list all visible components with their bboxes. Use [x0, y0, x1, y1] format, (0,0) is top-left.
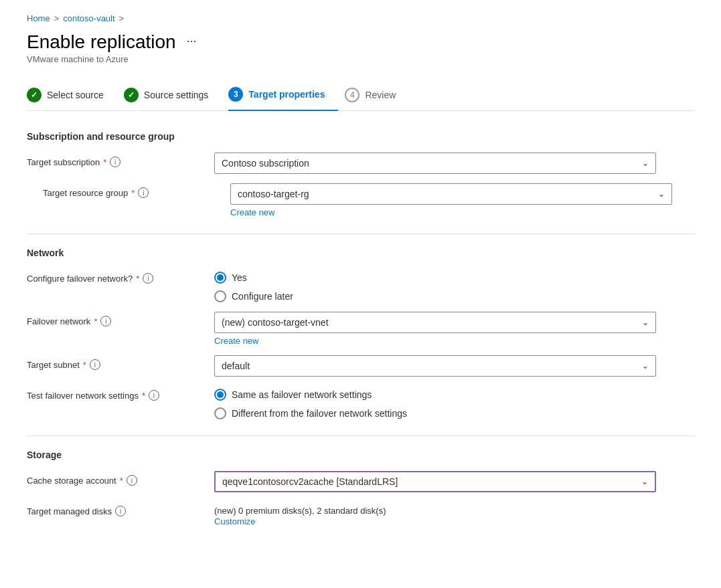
configure-failover-control: Yes Configure later	[214, 269, 694, 302]
target-subscription-arrow: ⌄	[642, 159, 649, 168]
test-failover-network-radio-group: Same as failover network settings Differ…	[214, 386, 694, 419]
storage-section: Storage Cache storage account * i qeqve1…	[27, 450, 694, 526]
test-failover-network-required: *	[142, 391, 145, 401]
target-subscription-value: Contoso subscription	[222, 158, 309, 169]
test-failover-network-label: Test failover network settings * i	[27, 386, 214, 401]
target-resource-group-label: Target resource group * i	[43, 183, 230, 198]
failover-network-required: *	[94, 316, 97, 326]
target-subscription-control: Contoso subscription ⌄	[214, 153, 694, 174]
failover-network-arrow: ⌄	[642, 318, 649, 327]
target-resource-group-info-icon[interactable]: i	[138, 187, 149, 198]
step-review[interactable]: 4 Review	[345, 81, 409, 110]
cache-storage-label: Cache storage account * i	[27, 471, 214, 486]
step-3-label: Target properties	[248, 89, 325, 100]
page-title: Enable replication	[27, 31, 176, 53]
resource-group-create-new[interactable]: Create new	[230, 207, 274, 217]
breadcrumb: Home > contoso-vault >	[27, 13, 694, 23]
target-managed-disks-customize[interactable]: Customize	[214, 516, 255, 526]
test-failover-network-info-icon[interactable]: i	[149, 390, 159, 401]
test-failover-different-radio	[214, 407, 226, 419]
network-section: Network Configure failover network? * i …	[27, 248, 694, 419]
failover-network-value: (new) contoso-target-vnet	[222, 317, 329, 328]
failover-network-dropdown[interactable]: (new) contoso-target-vnet ⌄	[214, 312, 656, 333]
configure-failover-yes-radio	[214, 272, 226, 284]
breadcrumb-vault[interactable]: contoso-vault	[63, 13, 114, 23]
test-failover-same-label: Same as failover network settings	[232, 389, 372, 400]
step-target-properties[interactable]: 3 Target properties	[228, 80, 338, 111]
test-failover-network-row: Test failover network settings * i Same …	[27, 386, 694, 419]
network-section-title: Network	[27, 248, 694, 258]
subscription-section: Subscription and resource group Target s…	[27, 131, 694, 217]
target-managed-disks-label: Target managed disks i	[27, 502, 214, 516]
failover-network-label: Failover network * i	[27, 312, 214, 326]
target-subnet-required: *	[83, 360, 86, 370]
target-subnet-label: Target subnet * i	[27, 355, 214, 370]
storage-section-title: Storage	[27, 450, 694, 460]
cache-storage-arrow: ⌄	[641, 477, 648, 486]
target-resource-group-required: *	[131, 188, 135, 198]
step-1-label: Select source	[47, 90, 104, 100]
test-failover-same[interactable]: Same as failover network settings	[214, 389, 694, 401]
divider-2	[27, 435, 694, 436]
configure-failover-info-icon[interactable]: i	[143, 273, 153, 284]
target-subscription-label: Target subscription * i	[27, 153, 214, 167]
test-failover-different-label: Different from the failover network sett…	[232, 408, 407, 419]
failover-network-create-new[interactable]: Create new	[214, 336, 258, 346]
ellipsis-menu[interactable]: ...	[187, 31, 197, 45]
target-subnet-control: default ⌄	[214, 355, 694, 377]
target-managed-disks-value: (new) 0 premium disks(s), 2 standard dis…	[214, 502, 694, 516]
cache-storage-dropdown[interactable]: qeqve1contosorcv2acache [StandardLRS] ⌄	[214, 471, 656, 492]
target-resource-group-value: contoso-target-rg	[238, 189, 309, 199]
target-subnet-value: default	[222, 361, 250, 371]
target-subscription-required: *	[103, 157, 106, 167]
divider-1	[27, 233, 694, 234]
step-4-circle: 4	[345, 88, 359, 102]
configure-failover-radio-group: Yes Configure later	[214, 269, 694, 302]
configure-failover-later[interactable]: Configure later	[214, 290, 694, 302]
cache-storage-control: qeqve1contosorcv2acache [StandardLRS] ⌄	[214, 471, 694, 492]
target-resource-group-dropdown[interactable]: contoso-target-rg ⌄	[230, 183, 672, 205]
step-2-circle: ✓	[124, 88, 139, 102]
configure-failover-yes-dot	[217, 274, 224, 281]
target-subscription-dropdown[interactable]: Contoso subscription ⌄	[214, 153, 656, 174]
cache-storage-value: qeqve1contosorcv2acache [StandardLRS]	[222, 476, 398, 487]
step-1-circle: ✓	[27, 88, 42, 102]
test-failover-same-radio	[214, 389, 226, 401]
configure-failover-yes-label: Yes	[232, 272, 247, 283]
cache-storage-required: *	[120, 476, 123, 486]
step-2-label: Source settings	[144, 90, 209, 100]
target-subnet-row: Target subnet * i default ⌄	[27, 355, 694, 377]
failover-network-control: (new) contoso-target-vnet ⌄ Create new	[214, 312, 694, 346]
failover-network-info-icon[interactable]: i	[100, 316, 111, 326]
target-managed-disks-row: Target managed disks i (new) 0 premium d…	[27, 502, 694, 526]
breadcrumb-sep-1: >	[54, 13, 60, 23]
configure-failover-yes[interactable]: Yes	[214, 272, 694, 284]
subscription-section-title: Subscription and resource group	[27, 131, 694, 142]
target-subnet-dropdown[interactable]: default ⌄	[214, 355, 656, 377]
configure-failover-later-label: Configure later	[232, 291, 293, 302]
target-managed-disks-info-icon[interactable]: i	[115, 506, 126, 516]
wizard-steps: ✓ Select source ✓ Source settings 3 Targ…	[27, 80, 694, 111]
cache-storage-info-icon[interactable]: i	[127, 475, 137, 486]
target-managed-disks-control: (new) 0 premium disks(s), 2 standard dis…	[214, 502, 694, 526]
target-resource-group-control: contoso-target-rg ⌄ Create new	[230, 183, 694, 217]
step-4-label: Review	[365, 90, 396, 100]
configure-failover-row: Configure failover network? * i Yes Conf…	[27, 269, 694, 302]
test-failover-network-control: Same as failover network settings Differ…	[214, 386, 694, 419]
configure-failover-required: *	[136, 274, 139, 284]
test-failover-different[interactable]: Different from the failover network sett…	[214, 407, 694, 419]
cache-storage-row: Cache storage account * i qeqve1contosor…	[27, 471, 694, 492]
target-resource-group-row: Target resource group * i contoso-target…	[27, 183, 694, 217]
target-subnet-arrow: ⌄	[642, 361, 649, 371]
configure-failover-later-radio	[214, 290, 226, 302]
step-source-settings[interactable]: ✓ Source settings	[124, 81, 222, 110]
breadcrumb-home[interactable]: Home	[27, 13, 50, 23]
page-subtitle: VMware machine to Azure	[27, 54, 694, 64]
step-select-source[interactable]: ✓ Select source	[27, 81, 117, 110]
step-3-circle: 3	[228, 87, 243, 102]
target-subscription-info-icon[interactable]: i	[110, 157, 121, 167]
target-subnet-info-icon[interactable]: i	[90, 359, 100, 370]
target-subscription-row: Target subscription * i Contoso subscrip…	[27, 153, 694, 174]
configure-failover-label: Configure failover network? * i	[27, 269, 214, 284]
failover-network-row: Failover network * i (new) contoso-targe…	[27, 312, 694, 346]
